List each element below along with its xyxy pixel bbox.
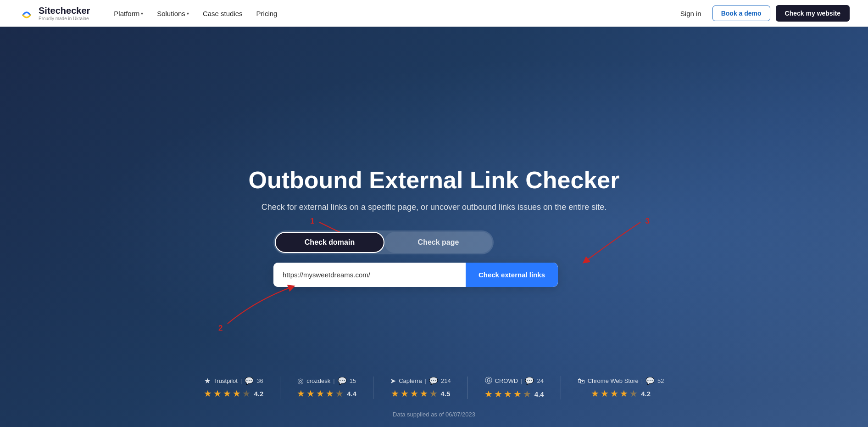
comment-icon: 💬 (245, 376, 254, 385)
comment-icon: 💬 (525, 376, 534, 385)
tab-check-domain[interactable]: Check domain (275, 232, 384, 253)
chrome-count: 52 (657, 377, 664, 384)
crozdesk-icon: ◎ (297, 376, 304, 385)
svg-point-0 (18, 5, 35, 22)
tab-container: Check domain Check page (273, 230, 494, 254)
trustpilot-icon: ★ (204, 376, 211, 385)
hero-subtitle: Check for external links on a specific p… (262, 202, 606, 212)
rating-crozdesk: ◎ crozdesk | 💬 15 ★ ★ ★ ★ ★ 4.4 (280, 376, 373, 399)
chrome-label: Chrome Web Store (588, 377, 639, 384)
chevron-down-icon: ▾ (187, 11, 189, 16)
nav-links: Platform ▾ Solutions ▾ Case studies Pric… (108, 6, 675, 21)
hero-section: Outbound External Link Checker Check for… (0, 27, 868, 427)
chrome-stars: ★ ★ ★ ★ ★ 4.2 (591, 388, 651, 399)
crowd-icon: Ⓖ (485, 376, 492, 386)
comment-icon: 💬 (645, 376, 655, 385)
check-website-button[interactable]: Check my website (776, 5, 850, 22)
capterra-label: Capterra (399, 377, 422, 384)
capterra-stars: ★ ★ ★ ★ ★ 4.5 (391, 388, 451, 399)
crowd-count: 24 (537, 377, 543, 384)
data-supplied-note: Data supplied as of 06/07/2023 (0, 411, 868, 418)
brand-name: Sitechecker (39, 6, 90, 16)
url-input[interactable] (273, 263, 466, 287)
chrome-icon: 🛍 (578, 377, 585, 385)
rating-crowd: Ⓖ CROWD | 💬 24 ★ ★ ★ ★ ★ 4.4 (468, 376, 561, 399)
ratings-row: ★ Trustpilot | 💬 36 ★ ★ ★ ★ ★ 4.2 ◎ croz… (0, 376, 868, 399)
annotation-1: 1 (310, 217, 314, 226)
capterra-icon: ➤ (390, 376, 396, 385)
comment-icon: 💬 (338, 376, 347, 385)
search-box: Check external links (273, 263, 558, 287)
signin-button[interactable]: Sign in (675, 6, 707, 21)
navbar: Sitechecker Proudly made in Ukraine Plat… (0, 0, 868, 27)
logo-text: Sitechecker Proudly made in Ukraine (39, 6, 90, 21)
trustpilot-label: Trustpilot (213, 377, 238, 384)
crozdesk-label: crozdesk (306, 377, 330, 384)
book-demo-button[interactable]: Book a demo (712, 6, 770, 21)
trustpilot-stars: ★ ★ ★ ★ ★ 4.2 (204, 388, 263, 399)
hero-title: Outbound External Link Checker (248, 167, 619, 194)
rating-capterra: ➤ Capterra | 💬 214 ★ ★ ★ ★ ★ 4.5 (373, 376, 468, 399)
nav-platform[interactable]: Platform ▾ (108, 6, 149, 21)
crozdesk-count: 15 (350, 377, 356, 384)
nav-pricing[interactable]: Pricing (251, 6, 283, 21)
navbar-actions: Sign in Book a demo Check my website (675, 5, 850, 22)
annotation-arrow-3 (567, 218, 650, 273)
nav-solutions[interactable]: Solutions ▾ (151, 6, 195, 21)
rating-chrome-web-store: 🛍 Chrome Web Store | 💬 52 ★ ★ ★ ★ ★ 4.2 (561, 376, 681, 399)
crozdesk-stars: ★ ★ ★ ★ ★ 4.4 (297, 388, 356, 399)
trustpilot-count: 36 (256, 377, 263, 384)
capterra-count: 214 (441, 377, 451, 384)
crowd-stars: ★ ★ ★ ★ ★ 4.4 (484, 388, 544, 399)
logo-icon (18, 5, 35, 22)
comment-icon: 💬 (429, 376, 438, 385)
brand-tagline: Proudly made in Ukraine (39, 16, 90, 21)
chevron-down-icon: ▾ (141, 11, 143, 16)
hero-content: Outbound External Link Checker Check for… (228, 167, 640, 287)
nav-case-studies[interactable]: Case studies (197, 6, 248, 21)
rating-trustpilot: ★ Trustpilot | 💬 36 ★ ★ ★ ★ ★ 4.2 (187, 376, 280, 399)
annotation-3: 3 (645, 217, 650, 226)
logo[interactable]: Sitechecker Proudly made in Ukraine (18, 5, 90, 22)
annotation-2: 2 (218, 324, 223, 333)
check-external-links-button[interactable]: Check external links (466, 263, 558, 287)
tab-check-page[interactable]: Check page (384, 232, 492, 253)
crowd-label: CROWD (495, 377, 518, 384)
